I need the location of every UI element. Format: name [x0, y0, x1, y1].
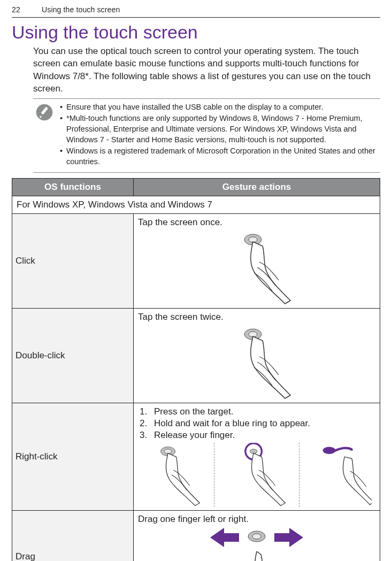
svg-point-14 [252, 534, 261, 539]
gesture-steps-list: Press on the target. Hold and wait for a… [138, 406, 375, 441]
gesture-cell: Press on the target. Hold and wait for a… [134, 403, 380, 511]
hand-hold-ring-icon [227, 443, 286, 507]
table-row: Double-click Tap the screen twice. [12, 309, 380, 403]
pencil-note-icon [35, 103, 53, 121]
note-item: *Multi-touch functions are only supporte… [60, 113, 380, 145]
arrow-right-icon [274, 527, 303, 548]
hand-tap-icon [222, 230, 291, 305]
gesture-cell: Drag one finger left or right. [134, 511, 380, 561]
table-section-row: For Windows XP, Windows Vista and Window… [12, 196, 380, 214]
hand-press-icon [142, 443, 201, 507]
intro-paragraph: You can use the optical touch screen to … [33, 45, 380, 95]
page-title: Using the touch screen [12, 22, 380, 43]
gesture-text: Drag one finger left or right. [138, 514, 375, 525]
gesture-illustration-tap-twice [138, 325, 375, 399]
table-row: Right-click Press on the target. Hold an… [12, 403, 380, 511]
header-gesture-actions: Gesture actions [134, 179, 380, 196]
arrow-left-icon [210, 527, 239, 548]
gesture-illustration-right-click [138, 443, 375, 507]
drag-arrows [210, 527, 303, 548]
gesture-step: Release your finger. [150, 430, 375, 441]
running-header-title: Using the touch screen [42, 5, 120, 14]
hand-release-icon [313, 443, 372, 507]
header-os-functions: OS functions [12, 179, 134, 196]
gesture-illustration-drag [138, 527, 375, 561]
header-rule [12, 17, 380, 18]
table-header-row: OS functions Gesture actions [12, 179, 380, 196]
page-number: 22 [12, 5, 40, 14]
gesture-text: Tap the screen twice. [138, 312, 375, 322]
note-item: Windows is a registered trademark of Mic… [60, 146, 380, 167]
svg-marker-15 [274, 528, 303, 547]
gesture-step: Press on the target. [150, 406, 375, 417]
note-box: Ensure that you have installed the USB c… [33, 98, 380, 173]
running-header: 22 Using the touch screen [12, 0, 380, 17]
os-function-cell: Double-click [12, 309, 134, 403]
gesture-illustration-tap-once [138, 230, 375, 305]
table-section-title: For Windows XP, Windows Vista and Window… [12, 196, 380, 214]
hand-double-tap-icon [222, 325, 291, 399]
table-row: Drag Drag one finger left or right. [12, 511, 380, 561]
gesture-step: Hold and wait for a blue ring to appear. [150, 418, 375, 429]
gesture-cell: Tap the screen twice. [134, 309, 380, 403]
os-function-cell: Click [12, 214, 134, 309]
os-function-cell: Drag [12, 511, 134, 561]
gesture-cell: Tap the screen once. [134, 214, 380, 309]
note-item: Ensure that you have installed the USB c… [60, 102, 380, 113]
hand-drag-icon [230, 551, 283, 561]
note-list: Ensure that you have installed the USB c… [60, 102, 380, 168]
sequence-divider [299, 443, 299, 507]
svg-point-11 [322, 447, 335, 455]
sequence-divider [214, 443, 214, 507]
gesture-text: Tap the screen once. [138, 217, 375, 228]
gesture-table: OS functions Gesture actions For Windows… [12, 178, 380, 561]
os-function-cell: Right-click [12, 403, 134, 511]
table-row: Click Tap the screen once. [12, 214, 380, 309]
hand-drag-top-icon [243, 527, 270, 548]
svg-marker-12 [210, 528, 239, 547]
